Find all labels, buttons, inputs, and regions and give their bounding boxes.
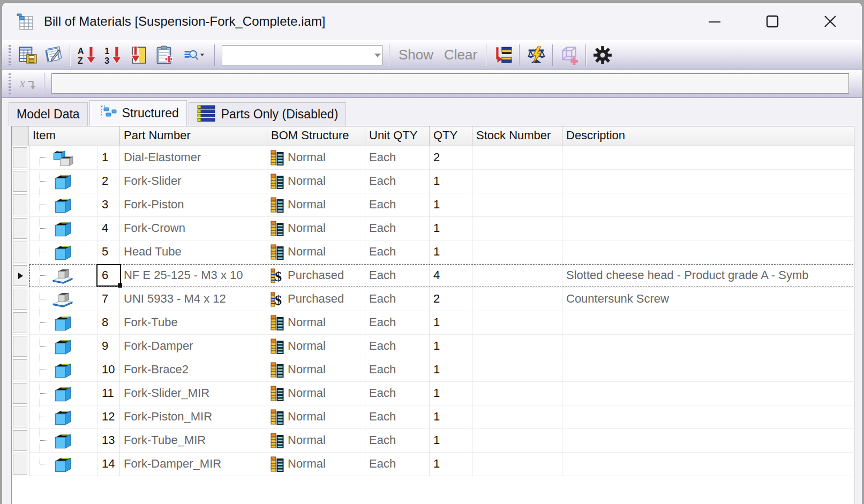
update-mass-properties-button[interactable] [523, 43, 549, 67]
cell-item[interactable]: 11 [97, 382, 120, 405]
close-button[interactable] [817, 10, 844, 33]
row-selector[interactable] [13, 242, 27, 262]
cell-part-number[interactable]: Fork-Tube [120, 311, 267, 335]
cell-part-number[interactable]: Fork-Crown [120, 217, 267, 240]
table-row[interactable]: 3Fork-PistonNormalEach1 [12, 193, 854, 217]
cell-bom-structure[interactable]: Normal [267, 240, 365, 264]
cell-stock-number[interactable] [472, 240, 562, 264]
cell-item[interactable]: 10 [97, 358, 120, 382]
cell-item[interactable]: 14 [97, 453, 120, 476]
cell-item[interactable]: 6 [97, 264, 120, 288]
cell-part-number[interactable]: Fork-Piston [120, 193, 267, 217]
tab-structured[interactable]: Structured [89, 100, 187, 126]
clear-filter-button[interactable]: Clear [439, 47, 483, 63]
cell-description[interactable] [562, 146, 854, 170]
cell-qty[interactable]: 1 [430, 335, 472, 358]
cell-description[interactable]: Slotted cheese head - Product grade A - … [562, 264, 854, 288]
cell-bom-structure[interactable]: Normal [267, 170, 365, 193]
column-header[interactable]: Unit QTY [365, 126, 430, 146]
minimize-button[interactable] [701, 10, 728, 33]
cell-part-number[interactable]: Fork-Tube_MIR [120, 429, 267, 453]
sort-numeric-descending-button[interactable]: 13 [100, 43, 125, 67]
chevron-down-icon[interactable] [373, 46, 382, 65]
cell-bom-structure[interactable]: $Purchased [267, 288, 365, 311]
row-selector[interactable] [13, 147, 27, 168]
row-selector[interactable] [13, 359, 27, 380]
row-selector[interactable] [13, 383, 27, 404]
cell-item[interactable]: 5 [97, 240, 120, 264]
table-row[interactable]: 9Fork-DamperNormalEach1 [12, 335, 854, 358]
cell-qty[interactable]: 1 [430, 382, 472, 405]
cell-description[interactable] [562, 429, 854, 453]
cell-unit-qty[interactable]: Each [365, 358, 430, 382]
cell-part-number[interactable]: NF E 25-125 - M3 x 10 [120, 264, 267, 288]
table-row[interactable]: 1Dial-ElastomerNormalEach2 [12, 146, 854, 170]
cell-qty[interactable]: 1 [430, 170, 472, 193]
table-row[interactable]: 10Fork-Brace2NormalEach1 [12, 358, 854, 382]
cell-stock-number[interactable] [472, 288, 562, 311]
cell-unit-qty[interactable]: Each [365, 335, 430, 358]
cell-unit-qty[interactable]: Each [365, 264, 430, 288]
cell-unit-qty[interactable]: Each [365, 146, 430, 170]
cell-stock-number[interactable] [472, 264, 562, 288]
cell-part-number[interactable]: Fork-Damper [120, 335, 267, 358]
cell-unit-qty[interactable]: Each [365, 453, 430, 476]
cell-unit-qty[interactable]: Each [365, 240, 430, 264]
cell-bom-structure[interactable]: Normal [267, 358, 365, 382]
show-filter-button[interactable]: Show [393, 47, 439, 63]
cell-description[interactable] [562, 217, 854, 240]
row-selector[interactable] [13, 407, 27, 427]
cell-stock-number[interactable] [472, 429, 562, 453]
renumber-items-button[interactable] [125, 43, 151, 67]
cell-stock-number[interactable] [472, 170, 562, 193]
cell-bom-structure[interactable]: Normal [267, 217, 365, 240]
table-row[interactable]: 8Fork-TubeNormalEach1 [12, 311, 854, 335]
cell-stock-number[interactable] [472, 193, 562, 217]
header-row-selector[interactable] [12, 126, 29, 146]
tab-parts-only[interactable]: Parts Only (Disabled) [189, 102, 347, 126]
cell-qty[interactable]: 4 [430, 264, 472, 288]
cell-part-number[interactable]: Fork-Damper_MIR [120, 453, 267, 476]
cell-item[interactable]: 13 [97, 429, 120, 453]
cell-qty[interactable]: 1 [430, 429, 472, 453]
table-row[interactable]: 6NF E 25-125 - M3 x 10$PurchasedEach4Slo… [12, 264, 854, 288]
cell-bom-structure[interactable]: Normal [267, 453, 365, 476]
row-selector[interactable] [13, 312, 27, 333]
cell-unit-qty[interactable]: Each [365, 429, 430, 453]
table-row[interactable]: 14Fork-Damper_MIRNormalEach1 [12, 453, 854, 476]
cell-description[interactable] [562, 382, 854, 405]
table-row[interactable]: 12Fork-Piston_MIRNormalEach1 [12, 405, 854, 429]
tab-model-data[interactable]: Model Data [9, 102, 88, 126]
cell-bom-structure[interactable]: Normal [267, 311, 365, 335]
cell-bom-structure[interactable]: Normal [267, 405, 365, 429]
filter-combobox[interactable] [222, 45, 382, 65]
cell-stock-number[interactable] [472, 382, 562, 405]
row-selector[interactable] [13, 454, 27, 475]
cell-part-number[interactable]: Fork-Slider [120, 170, 267, 193]
cell-unit-qty[interactable]: Each [365, 288, 430, 311]
cell-bom-structure[interactable]: Normal [267, 335, 365, 358]
table-row[interactable]: 13Fork-Tube_MIRNormalEach1 [12, 429, 854, 453]
cell-unit-qty[interactable]: Each [365, 382, 430, 405]
cell-stock-number[interactable] [472, 405, 562, 429]
cell-bom-structure[interactable]: Normal [267, 146, 365, 170]
cell-unit-qty[interactable]: Each [365, 217, 430, 240]
table-row[interactable]: 5Head TubeNormalEach1 [12, 240, 854, 264]
cell-stock-number[interactable] [472, 335, 562, 358]
row-selector[interactable] [13, 218, 27, 239]
cell-item[interactable]: 1 [97, 146, 120, 170]
cell-qty[interactable]: 1 [430, 240, 472, 264]
column-header[interactable]: Part Number [120, 126, 267, 146]
cell-bom-structure[interactable]: Normal [267, 429, 365, 453]
cell-item[interactable]: 2 [97, 170, 120, 193]
filter-combobox-input[interactable] [222, 46, 373, 65]
table-row[interactable]: 4Fork-CrownNormalEach1 [12, 217, 854, 240]
maximize-button[interactable] [759, 10, 786, 33]
cell-part-number[interactable]: Fork-Brace2 [120, 358, 267, 382]
cell-part-number[interactable]: Fork-Piston_MIR [120, 405, 267, 429]
cell-item[interactable]: 3 [97, 193, 120, 217]
cell-item[interactable]: 12 [97, 405, 120, 429]
cell-unit-qty[interactable]: Each [365, 311, 430, 335]
sort-alpha-descending-button[interactable]: AZ [74, 43, 100, 67]
cell-part-number[interactable]: Fork-Slider_MIR [120, 382, 267, 405]
